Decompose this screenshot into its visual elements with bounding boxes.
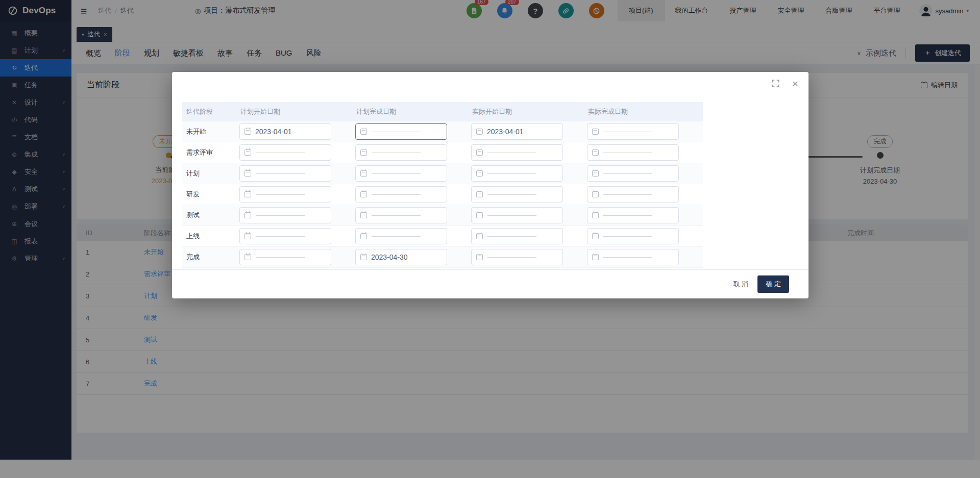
empty-date-placeholder: [372, 153, 421, 153]
date-input-actual-start[interactable]: [471, 144, 563, 161]
empty-date-placeholder: [256, 194, 305, 195]
empty-date-placeholder: [256, 257, 305, 258]
modal-cell-plan-start: [239, 207, 355, 223]
date-input-actual-end[interactable]: [587, 249, 679, 265]
calendar-icon: [476, 170, 483, 177]
modal-row: 未开始2023-04-012023-04-01: [182, 121, 703, 142]
modal-column-header: 实际完成日期: [587, 107, 703, 116]
modal-cell-plan-start: [239, 165, 355, 182]
empty-date-placeholder: [487, 236, 536, 237]
calendar-icon: [244, 191, 251, 197]
date-input-actual-end[interactable]: [587, 228, 679, 244]
modal-cell-plan-end: [355, 165, 471, 182]
date-input-plan-start[interactable]: [239, 165, 331, 182]
empty-date-placeholder: [256, 173, 305, 174]
empty-date-placeholder: [372, 215, 421, 216]
calendar-icon: [592, 254, 599, 260]
date-input-actual-end[interactable]: [587, 165, 679, 182]
modal-table-header: 迭代阶段计划开始日期计划完成日期实际开始日期实际完成日期: [182, 102, 703, 121]
calendar-icon: [360, 233, 367, 239]
modal-column-header: 实际开始日期: [471, 107, 587, 116]
modal-cell-actual-end: [587, 249, 703, 265]
modal-cell-actual-end: [587, 123, 703, 140]
modal-cell-actual-start: [471, 249, 587, 265]
modal-cell-plan-end: [355, 228, 471, 244]
modal-cell-actual-start: [471, 186, 587, 203]
modal-cell-plan-start: 2023-04-01: [239, 123, 355, 140]
edit-dates-modal: × 迭代阶段计划开始日期计划完成日期实际开始日期实际完成日期 未开始2023-0…: [172, 72, 808, 298]
modal-column-header: 计划完成日期: [355, 107, 471, 116]
date-input-actual-start[interactable]: [471, 207, 563, 223]
date-input-actual-end[interactable]: [587, 186, 679, 203]
modal-cell-actual-end: [587, 207, 703, 223]
empty-date-placeholder: [372, 173, 421, 174]
modal-cell-plan-start: [239, 186, 355, 203]
date-input-plan-end[interactable]: [355, 207, 447, 223]
date-input-plan-start[interactable]: [239, 249, 331, 265]
modal-tools: ×: [771, 79, 798, 88]
date-input-actual-end[interactable]: [587, 123, 679, 140]
modal-row-phase-label: 测试: [182, 211, 239, 220]
modal-row-phase-label: 上线: [182, 232, 239, 241]
date-input-actual-start[interactable]: 2023-04-01: [471, 123, 563, 140]
date-input-plan-end[interactable]: [355, 123, 447, 140]
close-icon[interactable]: ×: [792, 80, 798, 88]
calendar-icon: [592, 149, 599, 156]
calendar-icon: [244, 149, 251, 156]
confirm-button[interactable]: 确 定: [757, 275, 789, 293]
date-input-plan-end[interactable]: 2023-04-30: [355, 249, 447, 265]
modal-cell-actual-end: [587, 186, 703, 203]
empty-date-placeholder: [603, 257, 652, 258]
date-input-actual-start[interactable]: [471, 186, 563, 203]
modal-cell-plan-end: [355, 123, 471, 140]
date-input-plan-start[interactable]: 2023-04-01: [239, 123, 331, 140]
modal-cell-plan-end: [355, 186, 471, 203]
modal-row-phase-label: 需求评审: [182, 148, 239, 157]
date-input-plan-end[interactable]: [355, 228, 447, 244]
date-input-plan-start[interactable]: [239, 228, 331, 244]
empty-date-placeholder: [487, 215, 536, 216]
empty-date-placeholder: [372, 132, 421, 132]
calendar-icon: [592, 170, 599, 177]
date-value: 2023-04-01: [255, 128, 292, 136]
modal-cell-plan-end: 2023-04-30: [355, 249, 471, 265]
modal-cell-plan-start: [239, 144, 355, 161]
modal-column-header: 计划开始日期: [239, 107, 355, 116]
modal-cell-plan-end: [355, 144, 471, 161]
date-input-plan-start[interactable]: [239, 144, 331, 161]
calendar-icon: [360, 254, 367, 260]
modal-table-body: 未开始2023-04-012023-04-01需求评审计划研发测试上线完成202…: [182, 121, 703, 268]
empty-date-placeholder: [603, 236, 652, 237]
empty-date-placeholder: [256, 153, 305, 153]
date-input-actual-end[interactable]: [587, 207, 679, 223]
date-input-actual-start[interactable]: [471, 165, 563, 182]
calendar-icon: [360, 170, 367, 177]
modal-cell-actual-start: [471, 207, 587, 223]
date-value: 2023-04-01: [487, 128, 524, 136]
calendar-icon: [360, 212, 367, 218]
date-input-plan-end[interactable]: [355, 144, 447, 161]
fullscreen-icon[interactable]: [771, 79, 780, 88]
date-input-actual-end[interactable]: [587, 144, 679, 161]
calendar-icon: [592, 191, 599, 197]
cancel-button[interactable]: 取 消: [733, 280, 749, 289]
modal-row: 需求评审: [182, 142, 703, 163]
date-input-actual-start[interactable]: [471, 228, 563, 244]
date-input-actual-start[interactable]: [471, 249, 563, 265]
empty-date-placeholder: [372, 194, 421, 195]
calendar-icon: [244, 170, 251, 177]
empty-date-placeholder: [256, 236, 305, 237]
modal-column-header: 迭代阶段: [182, 107, 239, 116]
date-input-plan-end[interactable]: [355, 165, 447, 182]
date-input-plan-start[interactable]: [239, 186, 331, 203]
calendar-icon: [476, 212, 483, 218]
date-input-plan-end[interactable]: [355, 186, 447, 203]
modal-date-table: 迭代阶段计划开始日期计划完成日期实际开始日期实际完成日期 未开始2023-04-…: [182, 102, 703, 268]
modal-cell-actual-start: [471, 228, 587, 244]
calendar-icon: [244, 233, 251, 239]
date-input-plan-start[interactable]: [239, 207, 331, 223]
modal-row-phase-label: 计划: [182, 169, 239, 178]
calendar-icon: [476, 233, 483, 239]
calendar-icon: [592, 233, 599, 239]
modal-cell-plan-start: [239, 249, 355, 265]
